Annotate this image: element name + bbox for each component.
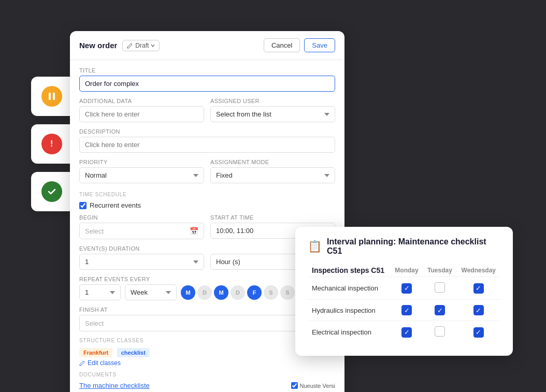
save-button[interactable]: Save bbox=[304, 38, 335, 52]
day-buttons-group: M D M D F S S bbox=[181, 285, 295, 300]
row-additional-assigned: Additional data Assigned user Select fro… bbox=[79, 98, 335, 128]
additional-data-label: Additional data bbox=[79, 98, 204, 104]
problem-icon: ! bbox=[41, 134, 62, 154]
assigned-user-label: Assigned user bbox=[210, 98, 335, 104]
start-at-time-label: Start at time bbox=[210, 214, 335, 221]
day-button-d2[interactable]: D bbox=[231, 285, 245, 300]
check-hydraulics-tuesday[interactable]: ✓ bbox=[435, 305, 445, 315]
day-button-d1[interactable]: D bbox=[197, 285, 212, 300]
check-hydraulics-wednesday[interactable]: ✓ bbox=[473, 305, 484, 315]
table-row: Hydraulics inspection ✓ ✓ ✓ bbox=[308, 300, 500, 321]
recurrent-events-checkbox[interactable] bbox=[79, 202, 87, 209]
description-input[interactable] bbox=[79, 137, 335, 153]
duration-value-select[interactable]: 1 bbox=[79, 254, 204, 270]
col-header-steps: Inspection steps C51 bbox=[308, 264, 391, 277]
col-header-wednesday: Wednesday bbox=[457, 264, 500, 277]
check-mechanical-tuesday[interactable] bbox=[435, 282, 445, 293]
form-header-right: Cancel Save bbox=[264, 38, 335, 52]
priority-label: Priority bbox=[79, 159, 204, 165]
inspection-label-2: Hydraulics inspection bbox=[308, 300, 391, 321]
newest-version-checkbox-row: Nueuste Versi bbox=[291, 382, 335, 389]
assignment-mode-select[interactable]: Fixed bbox=[210, 167, 335, 183]
form-header: New order Draft Cancel Save bbox=[70, 31, 344, 60]
priority-select[interactable]: Normal bbox=[79, 167, 204, 183]
title-field: Title bbox=[79, 67, 335, 92]
assigned-user-select[interactable]: Select from the list bbox=[210, 106, 335, 122]
newest-version-checkbox[interactable] bbox=[291, 382, 298, 389]
title-input[interactable] bbox=[79, 76, 335, 92]
day-button-f[interactable]: F bbox=[247, 285, 262, 300]
check-hydraulics-monday[interactable]: ✓ bbox=[401, 305, 412, 315]
priority-field: Priority Normal bbox=[79, 159, 204, 183]
begin-label: Begin bbox=[79, 214, 204, 221]
table-row: Electrical inspection ✓ ✓ bbox=[308, 321, 500, 344]
repeat-unit-select[interactable]: Week bbox=[125, 284, 177, 300]
interval-panel: 📋 Interval planning: Maintenance checkli… bbox=[295, 227, 513, 356]
row-priority-assignment: Priority Normal Assignment mode Fixed bbox=[79, 159, 335, 190]
col-header-monday: Monday bbox=[391, 264, 423, 277]
edit-classes-link[interactable]: Edit classes bbox=[79, 359, 335, 367]
additional-data-field: Additional data bbox=[79, 98, 204, 122]
day-button-m1[interactable]: M bbox=[181, 285, 195, 300]
document-name[interactable]: The machine checkliste bbox=[79, 382, 150, 389]
draft-label: Draft bbox=[135, 42, 149, 49]
description-field: Description bbox=[79, 128, 335, 153]
check-mechanical-monday[interactable]: ✓ bbox=[401, 283, 412, 294]
check-electrical-monday[interactable]: ✓ bbox=[401, 327, 412, 338]
inspection-table: Inspection steps C51 Monday Tuesday Wedn… bbox=[308, 264, 500, 343]
repeat-value-select[interactable]: 1 bbox=[79, 284, 121, 300]
form-page-title: New order bbox=[79, 41, 117, 50]
recurrent-events-label: Recurrent events bbox=[90, 201, 141, 209]
check-electrical-tuesday[interactable] bbox=[435, 326, 445, 337]
day-button-s1[interactable]: S bbox=[264, 285, 278, 300]
table-row: Mechanical inspection ✓ ✓ bbox=[308, 277, 500, 300]
inspection-label-1: Mechanical inspection bbox=[308, 277, 391, 300]
assigned-user-field: Assigned user Select from the list bbox=[210, 98, 335, 122]
title-label: Title bbox=[79, 67, 335, 74]
recurrent-events-row: Recurrent events bbox=[79, 201, 335, 209]
begin-field: Begin Select 📅 bbox=[79, 214, 204, 239]
tag-checklist[interactable]: checklist bbox=[117, 348, 150, 357]
form-header-left: New order Draft bbox=[79, 40, 160, 51]
completed-icon bbox=[41, 181, 62, 202]
table-header-row: Inspection steps C51 Monday Tuesday Wedn… bbox=[308, 264, 500, 277]
assignment-mode-label: Assignment mode bbox=[210, 159, 335, 165]
col-header-tuesday: Tuesday bbox=[423, 264, 456, 277]
inspection-label-3: Electrical inspection bbox=[308, 321, 391, 344]
additional-data-input[interactable] bbox=[79, 106, 204, 122]
svg-text:!: ! bbox=[50, 139, 53, 148]
assignment-mode-field: Assignment mode Fixed bbox=[210, 159, 335, 183]
paused-icon bbox=[41, 86, 62, 107]
cancel-button[interactable]: Cancel bbox=[264, 38, 300, 52]
begin-placeholder: Select bbox=[85, 227, 104, 235]
time-schedule-section-title: TIME SCHEDULE bbox=[79, 192, 335, 197]
day-button-m2[interactable]: M bbox=[214, 285, 228, 300]
begin-date-input[interactable]: Select 📅 bbox=[79, 223, 204, 239]
clipboard-icon: 📋 bbox=[308, 240, 322, 253]
description-label: Description bbox=[79, 128, 335, 135]
interval-header: 📋 Interval planning: Maintenance checkli… bbox=[308, 237, 500, 256]
tag-frankfurt[interactable]: Frankfurt bbox=[79, 348, 112, 357]
calendar-icon: 📅 bbox=[190, 227, 198, 235]
documents-section-title: DOCUMENTS bbox=[79, 372, 335, 378]
document-row: The machine checkliste Nueuste Versi bbox=[79, 382, 335, 389]
check-electrical-wednesday[interactable]: ✓ bbox=[473, 327, 484, 338]
svg-rect-0 bbox=[49, 93, 51, 100]
check-mechanical-wednesday[interactable]: ✓ bbox=[473, 283, 484, 294]
interval-title: Interval planning: Maintenance checklist… bbox=[327, 237, 500, 256]
svg-rect-1 bbox=[53, 93, 55, 100]
day-button-s2[interactable]: S bbox=[280, 285, 295, 300]
draft-badge[interactable]: Draft bbox=[122, 40, 160, 51]
finish-at-placeholder: Select bbox=[85, 320, 104, 327]
newest-version-label: Nueuste Versi bbox=[300, 383, 335, 389]
